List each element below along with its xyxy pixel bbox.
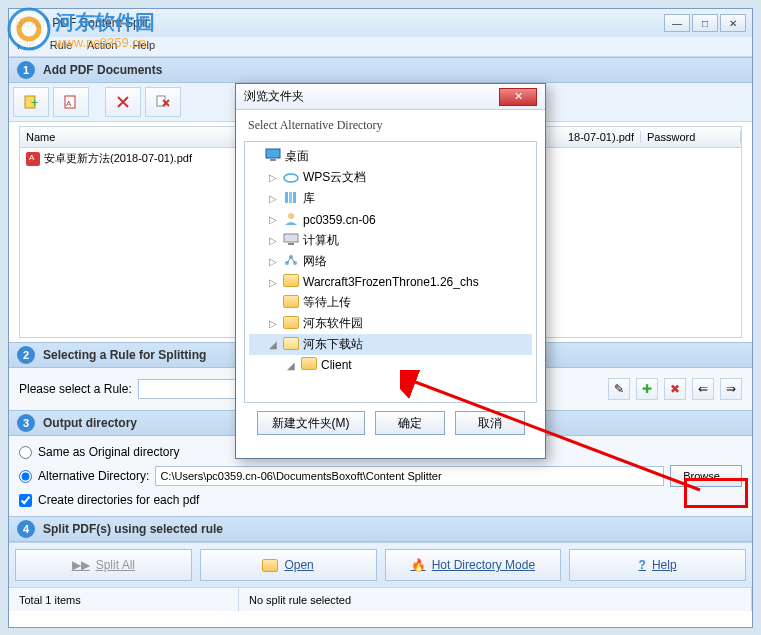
tree-item[interactable]: ▷河东软件园 xyxy=(249,313,532,334)
play-icon: ▶▶ xyxy=(72,558,90,572)
open-button[interactable]: Open xyxy=(200,549,377,581)
minimize-button[interactable]: — xyxy=(664,14,690,32)
svg-rect-14 xyxy=(288,243,294,245)
label-same-dir: Same as Original directory xyxy=(38,445,179,459)
svg-rect-11 xyxy=(293,192,296,203)
tree-item-label: 河东软件园 xyxy=(303,315,363,332)
tree-item[interactable]: ▷Warcraft3FrozenThrone1.26_chs xyxy=(249,272,532,292)
expand-icon[interactable]: ◢ xyxy=(285,360,297,371)
toolbar-separator xyxy=(93,87,101,117)
tree-item-label: 等待上传 xyxy=(303,294,351,311)
svg-text:A: A xyxy=(66,99,72,108)
browse-folder-dialog: 浏览文件夹 ✕ Select Alternative Directory 桌面▷… xyxy=(235,83,546,459)
step4-header: 4 Split PDF(s) using selected rule xyxy=(9,516,752,542)
add-file-button[interactable]: + xyxy=(13,87,49,117)
maximize-button[interactable]: □ xyxy=(692,14,718,32)
expand-icon[interactable]: ▷ xyxy=(267,277,279,288)
expand-icon[interactable]: ▷ xyxy=(267,318,279,329)
add-pdf-button[interactable]: A xyxy=(53,87,89,117)
expand-icon[interactable]: ▷ xyxy=(267,214,279,225)
tree-item-label: pc0359.cn-06 xyxy=(303,213,376,227)
tree-item[interactable]: ▷网络 xyxy=(249,251,532,272)
radio-alt-dir[interactable] xyxy=(19,470,32,483)
new-folder-button[interactable]: 新建文件夹(M) xyxy=(257,411,365,435)
watermark-text: 河东软件园 xyxy=(54,11,155,33)
folder-icon xyxy=(301,357,317,373)
file-name: 安卓更新方法(2018-07-01).pdf xyxy=(44,151,192,166)
tree-item[interactable]: ◢Client xyxy=(249,355,532,375)
radio-same-dir[interactable] xyxy=(19,446,32,459)
rule-add-button[interactable]: ✚ xyxy=(636,378,658,400)
step2-num-badge: 2 xyxy=(17,346,35,364)
pdf-icon xyxy=(26,152,40,166)
rule-edit-button[interactable]: ✎ xyxy=(608,378,630,400)
dialog-title: 浏览文件夹 xyxy=(244,88,499,105)
svg-rect-7 xyxy=(270,159,276,161)
step1-num-badge: 1 xyxy=(17,61,35,79)
path-input[interactable] xyxy=(155,466,664,486)
step4-title: Split PDF(s) using selected rule xyxy=(43,522,223,536)
library-icon xyxy=(283,190,299,207)
folder-open-icon xyxy=(283,337,299,353)
tree-item-label: 库 xyxy=(303,190,315,207)
status-total: Total 1 items xyxy=(9,588,239,611)
close-button[interactable]: ✕ xyxy=(720,14,746,32)
rule-export-button[interactable]: ⇛ xyxy=(720,378,742,400)
step3-title: Output directory xyxy=(43,416,137,430)
expand-icon[interactable]: ▷ xyxy=(267,256,279,267)
ok-button[interactable]: 确定 xyxy=(375,411,445,435)
tree-item[interactable]: 桌面 xyxy=(249,146,532,167)
folder-tree[interactable]: 桌面▷WPS云文档▷库▷pc0359.cn-06▷计算机▷网络▷Warcraft… xyxy=(244,141,537,403)
svg-rect-10 xyxy=(289,192,292,203)
folder-icon xyxy=(283,295,299,311)
folder-icon xyxy=(283,274,299,290)
cloud-icon xyxy=(283,169,299,186)
tree-item[interactable]: ▷WPS云文档 xyxy=(249,167,532,188)
tree-item-label: 河东下载站 xyxy=(303,336,363,353)
svg-point-0 xyxy=(9,9,49,49)
split-all-button[interactable]: ▶▶ Split All xyxy=(15,549,192,581)
expand-icon[interactable]: ▷ xyxy=(267,193,279,204)
label-create-dirs: Create directories for each pdf xyxy=(38,493,199,507)
folder-icon xyxy=(262,559,278,572)
clear-button[interactable] xyxy=(145,87,181,117)
expand-icon[interactable]: ▷ xyxy=(267,172,279,183)
watermark-url: www.pc0359.cn xyxy=(54,35,146,50)
user-icon xyxy=(283,211,299,228)
dialog-close-button[interactable]: ✕ xyxy=(499,88,537,106)
computer-icon xyxy=(283,232,299,249)
dialog-buttons: 新建文件夹(M) 确定 取消 xyxy=(236,403,545,443)
expand-icon[interactable]: ▷ xyxy=(267,235,279,246)
rule-delete-button[interactable]: ✖ xyxy=(664,378,686,400)
tree-item-label: Warcraft3FrozenThrone1.26_chs xyxy=(303,275,479,289)
status-bar: Total 1 items No split rule selected xyxy=(9,587,752,611)
hot-directory-button[interactable]: 🔥 Hot Directory Mode xyxy=(385,549,562,581)
tree-item[interactable]: ▷计算机 xyxy=(249,230,532,251)
expand-icon[interactable]: ◢ xyxy=(267,339,279,350)
tree-item[interactable]: 等待上传 xyxy=(249,292,532,313)
svg-rect-13 xyxy=(284,234,298,242)
tree-item[interactable]: ◢河东下载站 xyxy=(249,334,532,355)
svg-point-12 xyxy=(288,213,294,219)
dialog-titlebar: 浏览文件夹 ✕ xyxy=(236,84,545,110)
remove-button[interactable] xyxy=(105,87,141,117)
desktop-icon xyxy=(265,148,281,165)
cancel-button[interactable]: 取消 xyxy=(455,411,525,435)
status-rule: No split rule selected xyxy=(239,588,752,611)
col-password[interactable]: Password xyxy=(641,131,741,143)
rule-import-button[interactable]: ⇚ xyxy=(692,378,714,400)
step1-title: Add PDF Documents xyxy=(43,63,162,77)
tree-item[interactable]: ▷pc0359.cn-06 xyxy=(249,209,532,230)
step4-num-badge: 4 xyxy=(17,520,35,538)
rule-label: Please select a Rule: xyxy=(19,382,132,396)
step4-body: ▶▶ Split All Open 🔥 Hot Directory Mode ?… xyxy=(9,542,752,587)
svg-rect-9 xyxy=(285,192,288,203)
folder-icon xyxy=(283,316,299,332)
tree-item-label: 计算机 xyxy=(303,232,339,249)
checkbox-create-dirs[interactable] xyxy=(19,494,32,507)
dialog-subtitle: Select Alternative Directory xyxy=(236,110,545,141)
browse-button[interactable]: Browse... xyxy=(670,465,742,487)
help-button[interactable]: ? Help xyxy=(569,549,746,581)
svg-text:+: + xyxy=(31,96,38,110)
tree-item[interactable]: ▷库 xyxy=(249,188,532,209)
